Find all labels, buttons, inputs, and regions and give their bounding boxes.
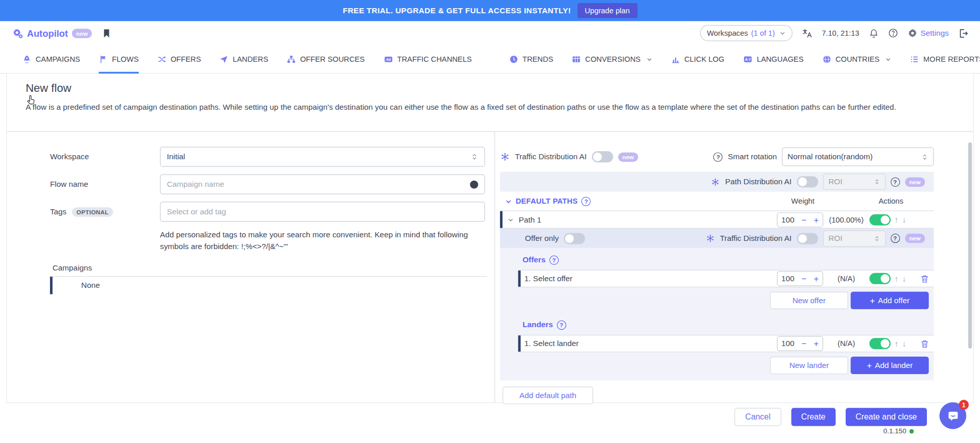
- traffic-distribution-ai-toggle[interactable]: [592, 151, 613, 162]
- minus-icon[interactable]: [801, 339, 806, 348]
- minus-icon[interactable]: [801, 215, 806, 224]
- page-title: New flow: [26, 82, 954, 95]
- delete-lander-trash-icon[interactable]: [920, 339, 929, 348]
- lander-weight-percent: (N/A): [827, 339, 866, 348]
- footer-actions: Cancel Create Create and close: [0, 403, 980, 426]
- tags-field-wrap: [160, 202, 485, 222]
- settings-link[interactable]: Settings: [907, 28, 949, 38]
- flow-name-field-wrap: [160, 174, 485, 194]
- path-distribution-ai-toggle[interactable]: [797, 176, 818, 187]
- workspace-label: Workspace: [50, 153, 160, 161]
- add-offer-button[interactable]: Add offer: [851, 292, 929, 309]
- tab-offer-sources[interactable]: OFFER SOURCES: [287, 45, 365, 73]
- svg-text:Ad: Ad: [386, 57, 391, 61]
- move-down-icon[interactable]: [902, 275, 906, 283]
- plus-icon[interactable]: [814, 274, 819, 283]
- path-traffic-distribution-toggle[interactable]: [797, 233, 818, 244]
- path-distribution-help-icon[interactable]: ?: [890, 177, 899, 186]
- logout-icon[interactable]: [958, 28, 969, 38]
- color-dot[interactable]: [470, 180, 478, 188]
- new-offer-button[interactable]: New offer: [770, 292, 848, 309]
- chevron-down-icon[interactable]: [505, 198, 512, 204]
- tab-label: LANGUAGES: [757, 55, 803, 63]
- flow-name-input[interactable]: [167, 180, 470, 188]
- campaigns-label: Campaigns: [53, 263, 485, 272]
- tags-input[interactable]: [167, 207, 479, 216]
- chat-widget-button[interactable]: 1: [940, 402, 967, 429]
- tab-flows[interactable]: FLOWS: [99, 45, 139, 73]
- path-distribution-row: Path Distribution AI ROI ? new: [500, 172, 934, 192]
- tab-countries[interactable]: COUNTRIES: [822, 45, 891, 73]
- move-down-icon[interactable]: [902, 339, 906, 348]
- cancel-button[interactable]: Cancel: [734, 408, 781, 426]
- offer-only-label: Offer only: [525, 234, 559, 242]
- new-badge: new: [905, 234, 925, 243]
- plus-icon[interactable]: [814, 215, 819, 224]
- brand[interactable]: Autopilot new: [12, 28, 92, 38]
- add-default-path-button[interactable]: Add default path: [503, 387, 593, 404]
- notifications-bell-icon[interactable]: [869, 28, 879, 38]
- move-down-icon[interactable]: [902, 215, 906, 224]
- path-enabled-toggle[interactable]: [869, 214, 891, 225]
- tab-conversions[interactable]: CONVERSIONS: [572, 45, 653, 73]
- path-traffic-roi-select[interactable]: ROI: [823, 230, 885, 247]
- default-paths-label[interactable]: DEFAULT PATHS: [516, 197, 578, 206]
- brand-name: Autopilot: [27, 28, 68, 38]
- chevron-down-icon[interactable]: [508, 216, 514, 223]
- traffic-distribution-ai-label: Traffic Distribution AI: [515, 153, 586, 161]
- lander-weight-box: 100: [777, 336, 823, 351]
- smart-rotation-select[interactable]: Normal rotation(random): [782, 147, 934, 166]
- move-up-icon[interactable]: [894, 275, 898, 283]
- offer-weight-percent: (N/A): [827, 274, 866, 283]
- tab-label: FLOWS: [112, 55, 138, 63]
- delete-offer-trash-icon[interactable]: [920, 274, 929, 283]
- panel-scrollbar[interactable]: [968, 142, 972, 349]
- lander-weight-value[interactable]: 100: [781, 339, 795, 348]
- help-icon[interactable]: [888, 28, 898, 38]
- create-and-close-button[interactable]: Create and close: [846, 408, 927, 426]
- flag-icon: [99, 55, 108, 63]
- smart-rotation-help-icon[interactable]: ?: [713, 152, 723, 161]
- tab-label: TRAFFIC CHANNELS: [397, 55, 472, 63]
- app-root: FREE TRIAL. UPGRADE & GET FULL ACCESS IN…: [0, 0, 980, 443]
- tab-offers[interactable]: OFFERS: [157, 45, 201, 73]
- tab-languages[interactable]: A LANGUAGES: [743, 45, 803, 73]
- move-up-icon[interactable]: [894, 339, 898, 348]
- ai-icon: [500, 152, 510, 162]
- traffic-distribution-help-icon[interactable]: ?: [890, 234, 899, 243]
- move-up-icon[interactable]: [894, 215, 898, 224]
- create-button[interactable]: Create: [791, 408, 835, 426]
- offer-select-label[interactable]: 1. Select offer: [521, 274, 572, 283]
- tab-traffic-channels[interactable]: Ad TRAFFIC CHANNELS: [384, 45, 472, 73]
- header-actions: Workspaces (1 of 1) 7.10, 21:13 Settings: [700, 25, 969, 41]
- lander-enabled-toggle[interactable]: [869, 338, 891, 349]
- settings-label: Settings: [921, 29, 949, 37]
- minus-icon[interactable]: [801, 274, 806, 283]
- workspace-select[interactable]: Initial: [160, 147, 485, 167]
- translate-icon[interactable]: [802, 28, 812, 38]
- default-paths-help-icon[interactable]: ?: [582, 196, 591, 206]
- chevron-down-icon: [779, 30, 785, 36]
- offer-only-toggle[interactable]: [564, 233, 585, 244]
- path-name-label: Path 1: [519, 215, 541, 224]
- tab-trends[interactable]: TRENDS: [509, 45, 553, 73]
- new-lander-button[interactable]: New lander: [770, 357, 848, 374]
- path-roi-select[interactable]: ROI: [823, 174, 885, 190]
- tab-landers[interactable]: LANDERS: [220, 45, 268, 73]
- tab-more-reports[interactable]: MORE REPORTS: [910, 45, 980, 73]
- lander-select-label[interactable]: 1. Select lander: [521, 339, 579, 348]
- tab-campaigns[interactable]: CAMPAIGNS: [22, 45, 80, 73]
- add-lander-button[interactable]: Add lander: [851, 357, 929, 374]
- plus-icon[interactable]: [814, 339, 819, 348]
- upgrade-plan-button[interactable]: Upgrade plan: [577, 3, 637, 18]
- offer-weight-value[interactable]: 100: [781, 274, 795, 283]
- path-weight-value[interactable]: 100: [781, 215, 795, 224]
- offers-help-icon[interactable]: ?: [549, 255, 559, 264]
- bookmark-icon[interactable]: [102, 27, 111, 39]
- roi-value: ROI: [828, 234, 873, 242]
- workspaces-selector[interactable]: Workspaces (1 of 1): [700, 25, 793, 41]
- tab-click-log[interactable]: CLICK LOG: [671, 45, 724, 73]
- landers-help-icon[interactable]: ?: [557, 320, 566, 329]
- sitemap-icon: [287, 55, 296, 63]
- offer-enabled-toggle[interactable]: [869, 273, 891, 284]
